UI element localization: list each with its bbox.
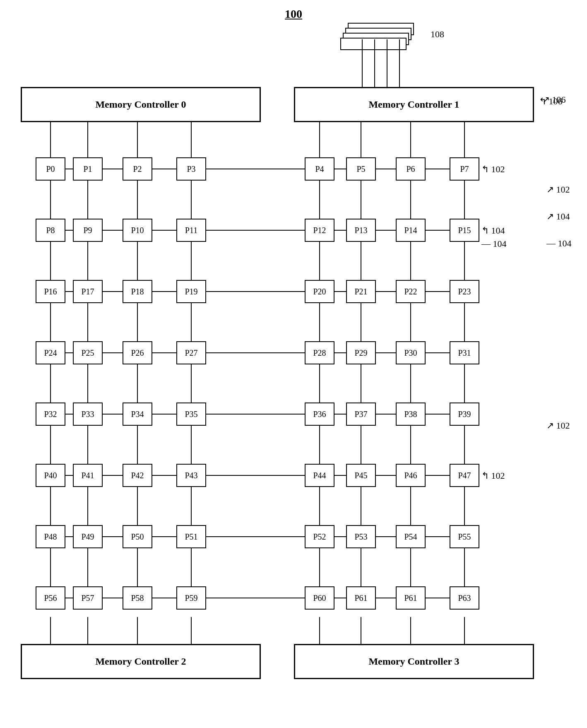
proc-p39: P39	[450, 403, 479, 426]
proc-p16: P16	[36, 280, 65, 303]
label-102b: ↗ 102	[546, 420, 570, 431]
memory-controller-1: Memory Controller 1	[294, 87, 534, 122]
proc-p44: P44	[305, 464, 334, 487]
proc-p57: P57	[73, 586, 103, 610]
proc-p61b: P61	[396, 586, 426, 610]
proc-p1: P1	[73, 157, 103, 181]
proc-p19: P19	[176, 280, 206, 303]
proc-p18: P18	[123, 280, 152, 303]
proc-p51: P51	[176, 525, 206, 548]
proc-p25: P25	[73, 341, 103, 364]
proc-p27: P27	[176, 341, 206, 364]
proc-p26: P26	[123, 341, 152, 364]
ref-label-104-p15b: — 104	[481, 239, 507, 249]
proc-p60: P60	[305, 586, 334, 610]
diagram-container: 100 108 ↗ 106 ↗ 102 ↗ 104 — 104 ↗ 102	[0, 0, 587, 728]
proc-p36: P36	[305, 403, 334, 426]
proc-p61a: P61	[346, 586, 376, 610]
proc-p42: P42	[123, 464, 152, 487]
label-104b: — 104	[546, 238, 572, 249]
proc-p5: P5	[346, 157, 376, 181]
proc-p53: P53	[346, 525, 376, 548]
ref-label-102-p7: ↰ 102	[481, 164, 505, 175]
proc-p3: P3	[176, 157, 206, 181]
proc-p15: P15	[450, 219, 479, 242]
proc-p58: P58	[123, 586, 152, 610]
proc-p48: P48	[36, 525, 65, 548]
proc-p2: P2	[123, 157, 152, 181]
ref-label-102-p47: ↰ 102	[481, 470, 505, 481]
ref-label-104-p15: ↰ 104	[481, 225, 505, 236]
proc-p8: P8	[36, 219, 65, 242]
proc-p59: P59	[176, 586, 206, 610]
proc-p21: P21	[346, 280, 376, 303]
proc-p24: P24	[36, 341, 65, 364]
proc-p14: P14	[396, 219, 426, 242]
proc-p47: P47	[450, 464, 479, 487]
proc-p52: P52	[305, 525, 334, 548]
proc-p55: P55	[450, 525, 479, 548]
ref-label-106: ↰ 106	[539, 96, 563, 107]
proc-p49: P49	[73, 525, 103, 548]
proc-p45: P45	[346, 464, 376, 487]
memory-controller-3: Memory Controller 3	[294, 644, 534, 679]
stacked-pages-graphic	[339, 23, 422, 64]
memory-controller-0: Memory Controller 0	[21, 87, 261, 122]
proc-p9: P9	[73, 219, 103, 242]
page-4	[340, 38, 407, 50]
proc-p54: P54	[396, 525, 426, 548]
proc-p50: P50	[123, 525, 152, 548]
proc-p31: P31	[450, 341, 479, 364]
proc-p40: P40	[36, 464, 65, 487]
proc-p32: P32	[36, 403, 65, 426]
label-104a: ↗ 104	[546, 211, 570, 222]
proc-p23: P23	[450, 280, 479, 303]
proc-p4: P4	[305, 157, 334, 181]
proc-p13: P13	[346, 219, 376, 242]
proc-p17: P17	[73, 280, 103, 303]
proc-p6: P6	[396, 157, 426, 181]
label-108: 108	[431, 29, 444, 40]
memory-controller-2: Memory Controller 2	[21, 644, 261, 679]
proc-p11: P11	[176, 219, 206, 242]
proc-p22: P22	[396, 280, 426, 303]
proc-p28: P28	[305, 341, 334, 364]
diagram-title: 100	[285, 7, 302, 21]
proc-p30: P30	[396, 341, 426, 364]
proc-p56: P56	[36, 586, 65, 610]
proc-p12: P12	[305, 219, 334, 242]
proc-p20: P20	[305, 280, 334, 303]
proc-p63: P63	[450, 586, 479, 610]
proc-p43: P43	[176, 464, 206, 487]
proc-p7: P7	[450, 157, 479, 181]
proc-p38: P38	[396, 403, 426, 426]
proc-p34: P34	[123, 403, 152, 426]
proc-p10: P10	[123, 219, 152, 242]
label-102a: ↗ 102	[546, 184, 570, 195]
proc-p33: P33	[73, 403, 103, 426]
proc-p29: P29	[346, 341, 376, 364]
proc-p35: P35	[176, 403, 206, 426]
proc-p46: P46	[396, 464, 426, 487]
proc-p0: P0	[36, 157, 65, 181]
proc-p41: P41	[73, 464, 103, 487]
proc-p37: P37	[346, 403, 376, 426]
